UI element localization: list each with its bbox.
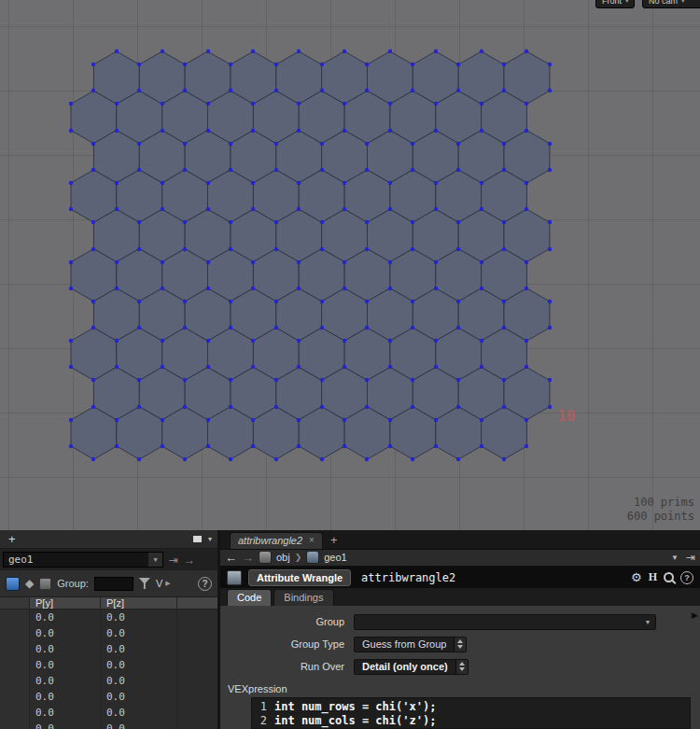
viewport-3d[interactable]: Front ▾ No cam ▾ 10 100 prims 600 points (0, 0, 700, 530)
table-row[interactable]: 0.00.0 (0, 657, 217, 673)
view-front-button[interactable]: Front ▾ (595, 0, 635, 8)
table-cell[interactable]: 0.0 (30, 673, 101, 689)
code-line[interactable]: 2int num_cols = chi('z'); (252, 714, 690, 728)
table-cell[interactable] (0, 689, 30, 705)
chevron-down-icon[interactable]: ▼ (640, 619, 655, 625)
geometry-point (274, 405, 278, 409)
geometry-point (548, 405, 552, 409)
info-icon[interactable]: ? (680, 571, 693, 584)
table-row[interactable]: 0.00.0 (0, 705, 217, 721)
table-cell[interactable] (0, 625, 30, 641)
table-cell[interactable] (0, 721, 30, 729)
camera-menu-button[interactable]: No cam ▾ (642, 0, 700, 8)
geometry-point (274, 89, 278, 92)
vertices-mode-icon[interactable]: ◆ (25, 577, 34, 590)
pane-maximize-icon[interactable] (193, 536, 202, 542)
table-cell[interactable]: 0.0 (101, 610, 177, 625)
table-cell[interactable]: 0.0 (30, 689, 101, 705)
back-icon[interactable]: ← (225, 551, 237, 565)
geometry-point (365, 89, 369, 92)
table-cell[interactable]: 0.0 (30, 721, 101, 729)
path-combo[interactable]: geo1 ▼ (3, 552, 163, 568)
table-row[interactable]: 0.00.0 (0, 673, 217, 689)
geometry-point (343, 287, 346, 290)
houdini-badge-icon[interactable]: H (649, 570, 657, 584)
points-mode-icon[interactable] (6, 577, 20, 591)
dock-icon[interactable]: ⇥ (686, 551, 695, 564)
column-header-py[interactable]: P[y] (30, 597, 101, 609)
group-label: Group: (57, 578, 89, 589)
geometry-point (206, 129, 210, 133)
help-icon[interactable]: ? (198, 577, 212, 591)
geometry-point (320, 63, 324, 66)
vex-code-editor[interactable]: 1int num_rows = chi('x');2int num_cols =… (251, 697, 691, 729)
tab-attribwrangle2[interactable]: attribwrangle2 × (230, 532, 323, 549)
close-icon[interactable]: × (309, 535, 315, 545)
gear-icon[interactable]: ⚙ (631, 570, 642, 584)
table-cell[interactable]: 0.0 (101, 625, 177, 641)
pane-menu-icon[interactable]: ▾ (208, 535, 212, 543)
table-row[interactable]: 0.00.0 (0, 625, 217, 641)
new-pane-tab-button[interactable]: + (330, 533, 338, 549)
follow-arrow-icon[interactable]: → (184, 554, 195, 567)
geometry-point (161, 444, 164, 448)
tab-bindings[interactable]: Bindings (273, 589, 333, 606)
table-cell[interactable] (0, 705, 30, 721)
table-row[interactable]: 0.00.0 (0, 721, 217, 729)
filter-funnel-icon[interactable] (139, 578, 150, 589)
geometry-point (548, 326, 552, 329)
pin-icon[interactable]: ⇥ (169, 554, 178, 567)
group-param-label: Group (220, 616, 354, 627)
table-cell[interactable]: 0.0 (101, 641, 177, 657)
prims-mode-icon[interactable] (39, 578, 51, 590)
run-over-menu[interactable]: Detail (only once) (354, 659, 469, 675)
table-row[interactable]: 0.00.0 (0, 610, 217, 625)
breadcrumb-obj[interactable]: obj (276, 552, 290, 563)
houdini-window: Front ▾ No cam ▾ 10 100 prims 600 points… (0, 0, 700, 729)
group-type-menu[interactable]: Guess from Group (354, 637, 467, 652)
chevron-down-icon[interactable]: ▼ (671, 554, 679, 562)
tab-code[interactable]: Code (227, 589, 272, 606)
code-line[interactable]: 1int num_rows = chi('x'); (252, 700, 690, 714)
table-row[interactable]: 0.00.0 (0, 641, 217, 657)
table-row[interactable]: 0.00.0 (0, 689, 217, 705)
group-param-input[interactable]: ▼ (354, 614, 656, 630)
table-cell[interactable] (0, 657, 30, 673)
geo-node-icon[interactable] (306, 551, 319, 564)
geometry-point (480, 418, 483, 422)
search-icon[interactable] (664, 572, 674, 582)
geometry-point (502, 220, 506, 224)
column-visibility-control[interactable]: V ▶ (156, 578, 171, 589)
table-cell[interactable]: 0.0 (101, 689, 177, 705)
geometry-point (365, 326, 369, 329)
new-pane-tab-button[interactable]: + (6, 532, 16, 546)
table-cell[interactable]: 0.0 (30, 625, 101, 641)
table-cell[interactable] (0, 610, 30, 625)
menu-stepper-icon[interactable] (455, 660, 468, 674)
geometry-point (91, 142, 95, 146)
geometry-point (502, 247, 506, 251)
breadcrumb-geo1[interactable]: geo1 (324, 552, 346, 563)
geometry-point (320, 378, 324, 382)
node-name-field[interactable]: attribwrangle2 (357, 571, 624, 584)
table-cell[interactable]: 0.0 (101, 705, 177, 721)
table-cell[interactable] (0, 673, 30, 689)
table-cell[interactable]: 0.0 (101, 721, 177, 729)
column-header-pz[interactable]: P[z] (101, 597, 177, 609)
geometry-point (137, 220, 141, 224)
table-cell[interactable]: 0.0 (30, 657, 101, 673)
chevron-down-icon: ▾ (681, 0, 685, 8)
geometry-point (343, 365, 346, 369)
table-cell[interactable]: 0.0 (101, 673, 177, 689)
obj-network-icon[interactable] (259, 551, 272, 564)
chevron-down-icon[interactable]: ▼ (148, 553, 162, 567)
table-cell[interactable]: 0.0 (30, 610, 101, 625)
forward-icon[interactable]: → (242, 551, 254, 565)
group-filter-input[interactable] (94, 577, 133, 591)
table-cell[interactable]: 0.0 (30, 705, 101, 721)
table-cell[interactable]: 0.0 (30, 641, 101, 657)
table-cell[interactable]: 0.0 (101, 657, 177, 673)
table-cell[interactable] (0, 641, 30, 657)
pane-expander-icon[interactable]: ▶ (692, 610, 698, 620)
menu-stepper-icon[interactable] (454, 638, 466, 652)
